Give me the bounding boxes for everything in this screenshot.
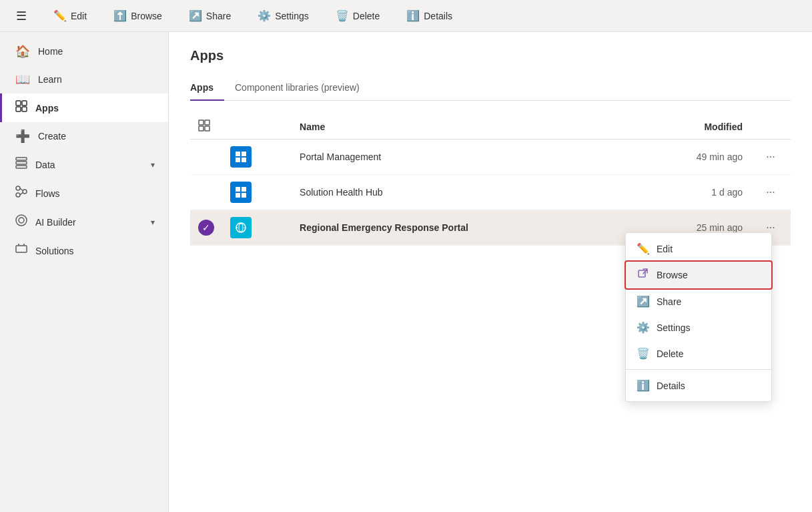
col-header-modified: Modified [635,114,751,140]
svg-rect-23 [236,158,240,162]
sidebar-item-apps[interactable]: Apps [0,93,168,122]
app-name: Portal Management [300,152,381,162]
row-select-cell [190,175,222,210]
svg-point-34 [239,223,243,232]
data-icon [15,157,27,172]
context-menu-settings[interactable]: ⚙️ Settings [626,314,771,340]
data-chevron-icon: ▾ [151,160,155,170]
browse-icon: ⬆️ [113,9,127,22]
context-edit-icon: ✏️ [637,242,650,255]
context-edit-label: Edit [657,244,673,254]
context-delete-label: Delete [657,348,683,359]
toolbar-details-label: Details [424,11,452,21]
modified-time: 49 min ago [697,152,743,162]
svg-rect-1 [22,101,27,105]
context-browse-label: Browse [657,270,688,280]
row-modified-cell: 49 min ago [635,140,751,175]
svg-rect-14 [16,246,27,252]
sidebar-item-data[interactable]: Data ▾ [0,150,168,179]
sidebar-item-learn[interactable]: 📖 Learn [0,65,168,93]
svg-rect-19 [199,126,204,131]
context-menu-share[interactable]: ↗️ Share [626,288,771,314]
toolbar-share-label: Share [206,11,231,21]
table-row[interactable]: Solution Health Hub 1 d ago ··· [190,175,791,210]
edit-icon: ✏️ [53,9,67,22]
sidebar-item-home[interactable]: 🏠 Home [0,37,168,65]
toolbar-settings[interactable]: ⚙️ Settings [252,7,314,25]
svg-line-10 [20,188,23,191]
sidebar-item-ai-builder-label: AI Builder [35,217,76,228]
context-settings-icon: ⚙️ [637,321,650,334]
svg-rect-26 [242,187,246,192]
context-share-icon: ↗️ [637,295,650,308]
row-icon-cell [222,210,292,246]
col-header-select[interactable] [190,114,222,140]
svg-rect-28 [242,193,246,198]
sidebar-item-solutions[interactable]: Solutions [0,236,168,265]
toolbar-browse-label: Browse [131,11,162,21]
more-button[interactable]: ··· [761,184,780,201]
row-name-cell: Regional Emergency Response Portal [292,210,635,246]
tab-component-libraries[interactable]: Component libraries (preview) [224,77,370,101]
context-menu-delete[interactable]: 🗑️ Delete [626,340,771,366]
toolbar: ☰ ✏️ Edit ⬆️ Browse ↗️ Share ⚙️ Settings… [0,0,812,32]
more-button[interactable]: ··· [761,148,780,166]
svg-rect-27 [236,193,240,198]
main-layout: 🏠 Home 📖 Learn Apps ➕ Create [0,32,812,512]
svg-rect-5 [16,162,27,164]
tab-apps[interactable]: Apps [190,77,224,101]
context-menu-details[interactable]: ℹ️ Details [626,372,771,399]
context-menu-edit[interactable]: ✏️ Edit [626,236,771,262]
svg-point-13 [16,215,27,226]
svg-point-9 [16,193,20,197]
apps-table: Name Modified [190,114,791,246]
toolbar-details[interactable]: ℹ️ Details [401,7,458,25]
svg-rect-21 [236,152,240,156]
sidebar-item-data-label: Data [35,160,55,170]
page-title: Apps [190,48,791,63]
toolbar-edit[interactable]: ✏️ Edit [48,7,92,25]
sidebar-item-create[interactable]: ➕ Create [0,122,168,150]
app-icon [230,217,252,238]
app-name: Regional Emergency Response Portal [300,222,468,233]
hamburger-button[interactable]: ☰ [11,6,32,26]
context-share-label: Share [657,296,681,307]
app-name: Solution Health Hub [300,187,383,198]
sidebar-item-home-label: Home [38,46,63,57]
svg-point-12 [19,218,24,223]
ai-builder-chevron-icon: ▾ [151,218,155,227]
svg-rect-3 [22,107,27,111]
app-icon [230,146,252,168]
toolbar-share[interactable]: ↗️ Share [183,7,236,25]
toolbar-browse[interactable]: ⬆️ Browse [108,7,167,25]
context-menu-browse[interactable]: Browse [626,262,771,288]
svg-rect-22 [242,152,246,156]
row-name-cell: Solution Health Hub [292,175,635,210]
learn-icon: 📖 [15,72,30,87]
context-settings-label: Settings [657,322,691,333]
details-icon: ℹ️ [406,9,420,22]
row-icon-cell [222,140,292,175]
settings-icon: ⚙️ [258,9,271,22]
app-icon [230,182,252,203]
sidebar-item-flows[interactable]: Flows [0,179,168,208]
row-select-cell [190,140,222,175]
table-row[interactable]: Portal Management 49 min ago ··· [190,140,791,175]
context-details-icon: ℹ️ [637,379,650,392]
svg-point-8 [23,190,27,194]
sidebar-item-create-label: Create [38,131,66,142]
svg-rect-17 [199,120,204,125]
row-name-cell: Portal Management [292,140,635,175]
toolbar-delete[interactable]: 🗑️ Delete [330,7,385,25]
svg-point-7 [16,186,20,190]
ai-builder-icon [15,214,27,230]
tabs-bar: Apps Component libraries (preview) [190,77,791,101]
modified-time: 25 min ago [697,222,743,233]
flows-icon [15,186,27,201]
col-header-name[interactable]: Name [292,114,635,140]
svg-rect-0 [16,101,21,105]
sidebar-item-apps-label: Apps [35,103,59,113]
svg-rect-6 [16,166,27,168]
svg-rect-4 [16,158,27,160]
sidebar-item-ai-builder[interactable]: AI Builder ▾ [0,208,168,236]
